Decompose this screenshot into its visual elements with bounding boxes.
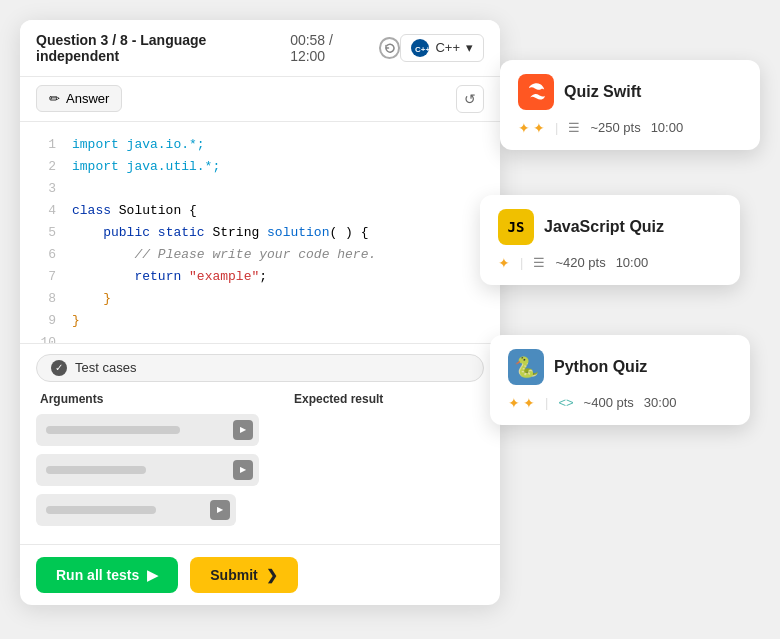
test-cases-section: ✓ Test cases Arguments Expected result ▶ [20,343,500,544]
run-all-tests-button[interactable]: Run all tests ▶ [36,557,178,593]
python-puzzle-icons: ✦ ✦ [508,395,535,411]
list-icon: ☰ [533,255,545,270]
timer-reset-icon[interactable] [379,37,401,59]
submit-button[interactable]: Submit ❯ [190,557,297,593]
swift-quiz-meta: ✦ ✦ | ☰ ~250 pts 10:00 [518,120,742,136]
code-line-7: 7 return "example"; [20,266,500,288]
code-line-3: 3 [20,178,500,200]
language-selector[interactable]: C++ C++ ▾ [400,34,484,62]
quiz-card-header-python: 🐍 Python Quiz [508,349,732,385]
quiz-card-header-js: JS JavaScript Quiz [498,209,722,245]
python-pts: ~400 pts [584,395,634,410]
refresh-button[interactable]: ↺ [456,85,484,113]
timer-display: 00:58 / 12:00 [290,32,371,64]
python-quiz-name: Python Quiz [554,358,647,376]
test-arg-input-1[interactable]: ▶ [36,414,259,446]
table-row: ▶ [36,454,484,486]
test-arg-input-3[interactable]: ▶ [36,494,236,526]
run-test-2-button[interactable]: ▶ [233,460,253,480]
code-line-8: 8 } [20,288,500,310]
puzzle-icon-2: ✦ [533,120,545,136]
code-line-9: 9 } [20,310,500,332]
cpp-logo-icon: C++ [411,39,429,57]
swift-time: 10:00 [651,120,684,135]
svg-text:C++: C++ [415,45,429,54]
run-all-label: Run all tests [56,567,139,583]
code-line-2: 2 import java.util.*; [20,156,500,178]
swift-quiz-name: Quiz Swift [564,83,641,101]
swift-pts: ~250 pts [590,120,640,135]
python-logo-icon: 🐍 [508,349,544,385]
answer-tab-label: Answer [66,91,109,106]
bottom-buttons: Run all tests ▶ Submit ❯ [20,544,500,605]
test-result-2 [267,454,484,486]
test-cases-table: Arguments Expected result ▶ ▶ [36,392,484,526]
test-table-headers: Arguments Expected result [36,392,484,406]
js-quiz-meta: ✦ | ☰ ~420 pts 10:00 [498,255,722,271]
python-time: 30:00 [644,395,677,410]
code-line-1: 1 import java.io.*; [20,134,500,156]
swift-logo-icon [518,74,554,110]
code-line-4: 4 class Solution { [20,200,500,222]
js-quiz-name: JavaScript Quiz [544,218,664,236]
quiz-card-python[interactable]: 🐍 Python Quiz ✦ ✦ | <> ~400 pts 30:00 [490,335,750,425]
test-cases-label: Test cases [75,360,136,375]
pencil-icon: ✏ [49,91,60,106]
puzzle-icon-1: ✦ [498,255,510,271]
test-arg-input-2[interactable]: ▶ [36,454,259,486]
code-line-5: 5 public static String solution( ) { [20,222,500,244]
panel-header: Question 3 / 8 - Language independent 00… [20,20,500,77]
test-result-1 [267,414,484,446]
arrow-icon: ❯ [266,567,278,583]
quiz-card-javascript[interactable]: JS JavaScript Quiz ✦ | ☰ ~420 pts 10:00 [480,195,740,285]
quiz-card-header-swift: Quiz Swift [518,74,742,110]
table-row: ▶ [36,414,484,446]
chevron-down-icon: ▾ [466,40,473,55]
submit-label: Submit [210,567,257,583]
coding-panel: Question 3 / 8 - Language independent 00… [20,20,500,605]
play-icon: ▶ [147,567,158,583]
answer-tab[interactable]: ✏ Answer [36,85,122,112]
answer-tab-area: ✏ Answer ↺ [20,77,500,122]
puzzle-icon-1: ✦ [508,395,520,411]
js-time: 10:00 [616,255,649,270]
code-icon: <> [558,395,573,410]
check-icon: ✓ [51,360,67,376]
run-test-3-button[interactable]: ▶ [210,500,230,520]
js-logo-icon: JS [498,209,534,245]
table-row: ▶ [36,494,484,526]
col-result-label: Expected result [234,392,480,406]
swift-puzzle-icons: ✦ ✦ [518,120,545,136]
list-icon: ☰ [568,120,580,135]
js-puzzle-icons: ✦ [498,255,510,271]
python-quiz-meta: ✦ ✦ | <> ~400 pts 30:00 [508,395,732,411]
language-label: C++ [435,40,460,55]
puzzle-icon-1: ✦ [518,120,530,136]
test-cases-button[interactable]: ✓ Test cases [36,354,484,382]
question-info: Question 3 / 8 - Language independent [36,32,290,64]
code-line-10: 10 [20,332,500,342]
code-line-6: 6 // Please write your code here. [20,244,500,266]
code-editor[interactable]: 1 import java.io.*; 2 import java.util.*… [20,122,500,343]
run-test-1-button[interactable]: ▶ [233,420,253,440]
col-args-label: Arguments [40,392,226,406]
quiz-card-swift[interactable]: Quiz Swift ✦ ✦ | ☰ ~250 pts 10:00 [500,60,760,150]
puzzle-icon-2: ✦ [523,395,535,411]
main-container: Question 3 / 8 - Language independent 00… [20,20,760,620]
js-pts: ~420 pts [555,255,605,270]
timer-area: 00:58 / 12:00 [290,32,400,64]
